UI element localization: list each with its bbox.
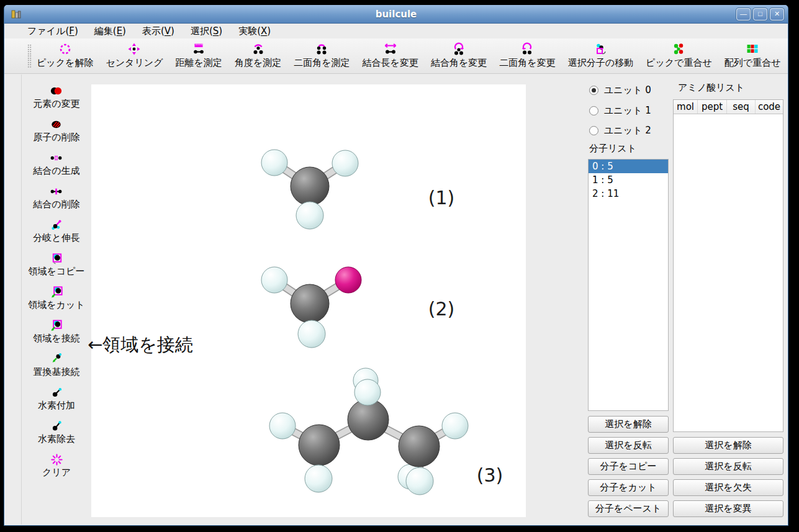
atom-H[interactable] xyxy=(296,202,323,229)
atom-C[interactable] xyxy=(299,425,340,466)
atom-C[interactable] xyxy=(399,426,440,467)
radio-unit-0-circle[interactable] xyxy=(589,86,598,95)
molecule-list-item[interactable]: 2 : 11 xyxy=(589,187,668,201)
sidebar-label: 領域をカット xyxy=(28,299,84,311)
menu-edit[interactable]: 編集(E) xyxy=(88,25,133,38)
toolbar-measure-dihedral[interactable]: 二面角を測定 xyxy=(294,38,350,73)
cut-molecule-molecule-button[interactable]: 分子をカット xyxy=(588,479,669,496)
deselect-amino-button[interactable]: 選択を解除 xyxy=(673,437,783,454)
radio-unit-0[interactable]: ユニット 0 xyxy=(589,84,651,96)
atom-H[interactable] xyxy=(354,379,381,405)
amino-list-label: アミノ酸リスト xyxy=(678,82,744,94)
sidebar-change-element[interactable]: 元素の変更 xyxy=(33,84,79,110)
sidebar-cut-region[interactable]: 領域をカット xyxy=(28,285,84,311)
menu-view[interactable]: 表示(V) xyxy=(135,25,181,38)
toolbar-measure-angle[interactable]: 角度を測定 xyxy=(235,38,281,73)
app-window: builcule —□✕ ファイル(F)編集(E)表示(V)選択(S)実験(X)… xyxy=(4,5,788,526)
molecule-list-item[interactable]: 0 : 5 xyxy=(589,160,668,173)
delete-atom-icon xyxy=(50,117,63,131)
deselect-molecule-button[interactable]: 選択を解除 xyxy=(588,416,669,433)
toolbar-label: センタリング xyxy=(106,57,163,69)
sidebar-delete-bond[interactable]: 結合の削除 xyxy=(33,184,79,210)
invert-selection-amino-button[interactable]: 選択を反転 xyxy=(673,458,783,475)
sidebar-create-bond[interactable]: 結合の生成 xyxy=(33,151,79,177)
toolbar-change-bond-length[interactable]: 結合長を変更 xyxy=(363,38,418,73)
branch-extend-icon xyxy=(50,218,63,232)
atom-H[interactable] xyxy=(261,267,287,293)
minimize-button[interactable]: — xyxy=(736,8,751,20)
molecule-canvas[interactable]: (1)(2)(3) ←領域を接続 xyxy=(91,84,526,517)
paste-molecule-molecule-button[interactable]: 分子をペースト xyxy=(588,500,669,517)
unpick-icon xyxy=(58,41,72,57)
amino-col-mol[interactable]: mol xyxy=(674,100,698,114)
toolbar-unpick[interactable]: ピックを解除 xyxy=(37,38,93,73)
amino-acid-table[interactable]: molpeptseqcode xyxy=(673,99,783,432)
delete-bond-icon xyxy=(50,184,63,198)
sidebar-label: 水素付加 xyxy=(38,400,75,412)
sidebar-label: 水素除去 xyxy=(38,433,75,445)
close-button[interactable]: ✕ xyxy=(770,8,784,20)
toolbar-superpose-by-alignment[interactable]: 配列で重合せ xyxy=(725,38,781,73)
amino-col-pept[interactable]: pept xyxy=(698,100,727,114)
atom-H[interactable] xyxy=(442,413,468,439)
atom-H[interactable] xyxy=(298,320,325,348)
maximize-button[interactable]: □ xyxy=(753,8,767,20)
remove-h-icon xyxy=(50,419,63,433)
molecule-number-label: (3) xyxy=(477,464,503,486)
copy-region-icon xyxy=(50,251,63,265)
toolbar-label: 結合長を変更 xyxy=(363,57,418,69)
toolbar-change-dihedral[interactable]: 二面角を変更 xyxy=(499,38,555,73)
radio-unit-1[interactable]: ユニット 1 xyxy=(589,105,651,117)
atom-X[interactable] xyxy=(335,267,361,293)
sidebar-clear[interactable]: クリア xyxy=(42,453,71,479)
radio-unit-1-circle[interactable] xyxy=(589,106,598,115)
sidebar-add-hydrogen[interactable]: 水素付加 xyxy=(38,385,75,412)
toolbar-superpose-by-pick[interactable]: ピックで重合せ xyxy=(646,38,712,73)
substituent-icon xyxy=(50,352,63,366)
add-h-icon xyxy=(50,385,63,399)
change-dihedral-icon xyxy=(520,41,534,57)
sidebar-branch-extend[interactable]: 分岐と伸長 xyxy=(33,218,79,244)
toolbar-label: 距離を測定 xyxy=(176,57,222,69)
menu-select[interactable]: 選択(S) xyxy=(184,25,229,38)
atom-H[interactable] xyxy=(332,150,358,176)
molecule-list-item[interactable]: 1 : 5 xyxy=(589,173,668,187)
amino-col-seq[interactable]: seq xyxy=(727,100,756,114)
copy-molecule-molecule-button[interactable]: 分子をコピー xyxy=(588,458,669,475)
radio-label: ユニット 0 xyxy=(604,84,651,96)
mutate-selection-amino-button[interactable]: 選択を変異 xyxy=(673,500,783,517)
change-bond-length-icon xyxy=(384,41,397,57)
toolbar-centering[interactable]: センタリング xyxy=(106,38,163,73)
atom-H[interactable] xyxy=(406,467,433,495)
sidebar-label: 分岐と伸長 xyxy=(33,232,79,244)
atom-C[interactable] xyxy=(291,284,329,323)
toolbar-change-bond-angle[interactable]: 結合角を変更 xyxy=(431,38,487,73)
molecule-list[interactable]: 0 : 51 : 52 : 11 xyxy=(588,159,669,411)
delete-selection-amino-button[interactable]: 選択を欠失 xyxy=(673,479,783,496)
atom-H[interactable] xyxy=(269,413,296,439)
radio-unit-2[interactable]: ユニット 2 xyxy=(589,125,651,137)
toolbar-label: 結合角を変更 xyxy=(431,57,487,69)
toolbar-move-selected-molecule[interactable]: 選択分子の移動 xyxy=(568,38,633,73)
molecule-1[interactable]: (1) xyxy=(261,150,454,229)
sidebar-remove-hydrogen[interactable]: 水素除去 xyxy=(38,419,75,445)
radio-unit-2-circle[interactable] xyxy=(589,126,598,135)
atom-C[interactable] xyxy=(291,167,329,205)
toolbar-measure-distance[interactable]: 距離を測定 xyxy=(176,38,222,73)
sidebar-connect-region[interactable]: 領域を接続 xyxy=(33,318,79,345)
toolbar-drag-handle[interactable] xyxy=(27,44,32,68)
titlebar[interactable]: builcule —□✕ xyxy=(4,5,788,24)
sidebar-connect-substituent[interactable]: 置換基接続 xyxy=(34,352,80,378)
molecule-3[interactable]: (3) xyxy=(269,368,503,495)
atom-H[interactable] xyxy=(305,465,332,492)
amino-col-code[interactable]: code xyxy=(756,100,783,114)
invert-selection-molecule-button[interactable]: 選択を反転 xyxy=(588,437,669,454)
menu-file[interactable]: ファイル(F) xyxy=(20,25,85,38)
atom-H[interactable] xyxy=(261,150,287,176)
sidebar-delete-atom[interactable]: 原子の削除 xyxy=(33,117,79,143)
cut-region-icon xyxy=(50,285,63,299)
sidebar-copy-region[interactable]: 領域をコピー xyxy=(28,251,84,277)
molecule-2[interactable]: (2) xyxy=(261,267,454,348)
menu-experiment[interactable]: 実験(X) xyxy=(232,25,278,38)
molecule-svg[interactable]: (1)(2)(3) xyxy=(91,84,526,517)
